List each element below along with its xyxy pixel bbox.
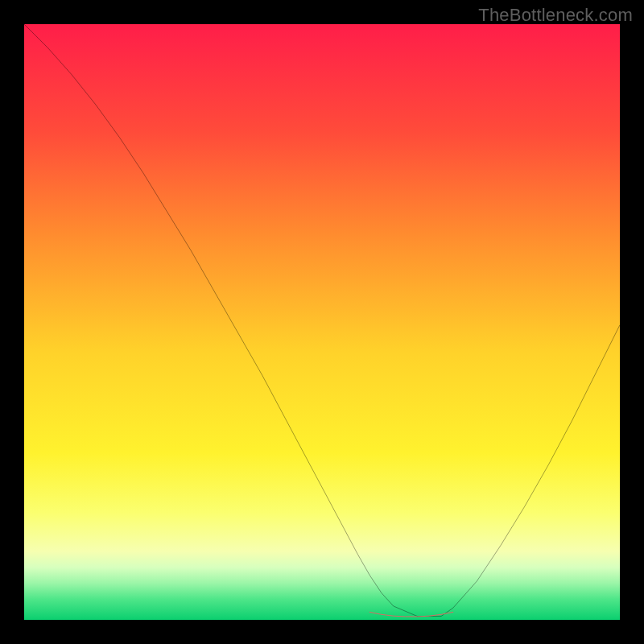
chart-frame: TheBottleneck.com [0, 0, 644, 644]
bottleneck-chart [24, 24, 620, 620]
watermark-text: TheBottleneck.com [478, 5, 633, 26]
chart-background [24, 24, 620, 620]
